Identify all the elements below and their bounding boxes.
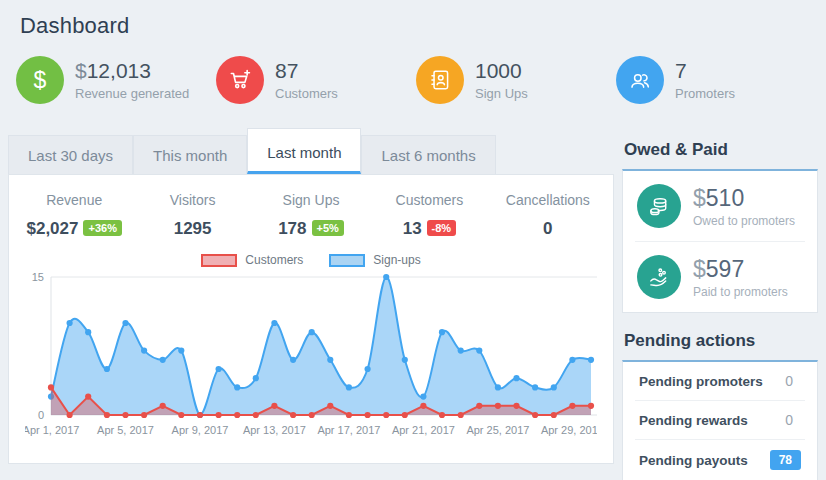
chart-point: [420, 403, 426, 409]
chart-point: [327, 403, 333, 409]
paid-label: Paid to promoters: [693, 285, 788, 299]
chart-point: [513, 375, 519, 381]
pending-promoters-row[interactable]: Pending promoters 0: [623, 362, 817, 400]
chart-point: [383, 274, 389, 280]
x-tick-label: Apr 13, 2017: [243, 424, 306, 436]
summary-value: 0: [543, 219, 552, 238]
chart-point: [439, 412, 445, 418]
stat-value: 1000: [475, 59, 528, 83]
owed-row: $510 Owed to promoters: [623, 171, 817, 241]
x-tick-label: Apr 5, 2017: [97, 424, 154, 436]
chart-point: [104, 412, 110, 418]
chart-point: [327, 357, 333, 363]
summary-col-visitors: Visitors 1295: [133, 192, 251, 239]
chart-point: [346, 412, 352, 418]
chart-point: [122, 412, 128, 418]
chart-point: [365, 366, 371, 372]
area-chart[interactable]: 015Apr 1, 2017Apr 5, 2017Apr 9, 2017Apr …: [25, 269, 597, 441]
chart-point: [346, 384, 352, 390]
chart-point: [588, 357, 594, 363]
x-tick-label: Apr 1, 2017: [25, 424, 79, 436]
chart-point: [365, 412, 371, 418]
pending-count: 0: [785, 373, 801, 389]
chart-point: [178, 348, 184, 354]
chart-point: [85, 329, 91, 335]
summary-value: 1295: [174, 219, 212, 238]
chart-point: [67, 412, 73, 418]
currency-symbol: $: [693, 185, 706, 211]
chart-point: [234, 412, 240, 418]
chart-point: [48, 384, 54, 390]
owed-amount: 510: [706, 185, 744, 211]
stat-label: Revenue generated: [75, 86, 189, 101]
y-tick-label: 0: [38, 409, 44, 421]
summary-col-customers: Customers 13-8%: [370, 192, 488, 239]
report-column: Last 30 days This month Last month Last …: [8, 128, 614, 464]
dollar-icon: $: [16, 56, 64, 104]
paid-row: $597 Paid to promoters: [623, 242, 817, 312]
chart-point: [476, 403, 482, 409]
x-tick-label: Apr 25, 2017: [466, 424, 529, 436]
tab-this-month[interactable]: This month: [133, 135, 247, 174]
tab-last-6-months[interactable]: Last 6 months: [361, 135, 495, 174]
chart-point: [458, 412, 464, 418]
x-tick-label: Apr 21, 2017: [392, 424, 455, 436]
summary-row: Revenue $2,027+36% Visitors 1295 Sign Up…: [9, 175, 613, 243]
chart-point: [216, 366, 222, 372]
legend-item-signups[interactable]: Sign-ups: [329, 253, 420, 267]
stat-cards-row: $ $12,013 Revenue generated 87 Customers…: [16, 56, 816, 104]
chart-point: [178, 412, 184, 418]
report-panel: Revenue $2,027+36% Visitors 1295 Sign Up…: [8, 174, 614, 464]
chart-point: [439, 329, 445, 335]
stat-label: Customers: [275, 86, 338, 101]
summary-col-signups: Sign Ups 178+5%: [252, 192, 370, 239]
pending-payouts-row[interactable]: Pending payouts 78: [623, 440, 817, 480]
page-title: Dashboard: [20, 13, 826, 39]
chart-point: [290, 357, 296, 363]
pending-rewards-row[interactable]: Pending rewards 0: [623, 401, 817, 439]
stat-label: Sign Ups: [475, 86, 528, 101]
x-tick-label: Apr 29, 2017: [541, 424, 597, 436]
x-tick-label: Apr 17, 2017: [317, 424, 380, 436]
pending-count-badge[interactable]: 78: [770, 450, 801, 470]
chart-point: [551, 412, 557, 418]
chart-point: [160, 357, 166, 363]
pending-actions-section: Pending actions Pending promoters 0 Pend…: [622, 331, 818, 480]
chart-point: [85, 394, 91, 400]
chart-point: [309, 412, 315, 418]
stat-value: 87: [275, 59, 338, 83]
change-badge: +36%: [83, 220, 121, 236]
chart-point: [141, 412, 147, 418]
change-badge: +5%: [312, 220, 344, 236]
chart-point: [402, 412, 408, 418]
summary-value: 13: [403, 219, 422, 238]
stat-card-customers: 87 Customers: [216, 56, 416, 104]
chart-point: [383, 412, 389, 418]
hand-coin-icon: [637, 255, 681, 299]
coins-stack-icon: [637, 184, 681, 228]
pending-count: 0: [785, 412, 801, 428]
chart-area: 015Apr 1, 2017Apr 5, 2017Apr 9, 2017Apr …: [9, 267, 613, 441]
series-area-sign-ups: [51, 277, 591, 415]
y-tick-label: 15: [32, 271, 44, 283]
summary-value: 178: [278, 219, 306, 238]
users-icon: [616, 56, 664, 104]
chart-point: [495, 403, 501, 409]
legend-label: Customers: [245, 253, 303, 267]
summary-value: $2,027: [26, 219, 78, 238]
paid-amount: 597: [706, 256, 744, 282]
signups-swatch: [329, 254, 365, 267]
chart-point: [141, 348, 147, 354]
chart-point: [271, 403, 277, 409]
legend-item-customers[interactable]: Customers: [201, 253, 303, 267]
stat-value: 7: [675, 59, 735, 83]
currency-symbol: $: [693, 256, 706, 282]
x-tick-label: Apr 9, 2017: [172, 424, 229, 436]
pending-actions-title: Pending actions: [624, 331, 818, 351]
chart-legend: Customers Sign-ups: [9, 253, 613, 267]
tab-last-month[interactable]: Last month: [247, 128, 361, 174]
stat-label: Promoters: [675, 86, 735, 101]
stat-value: 12,013: [87, 59, 151, 82]
chart-point: [234, 384, 240, 390]
tab-last-30-days[interactable]: Last 30 days: [8, 135, 133, 174]
